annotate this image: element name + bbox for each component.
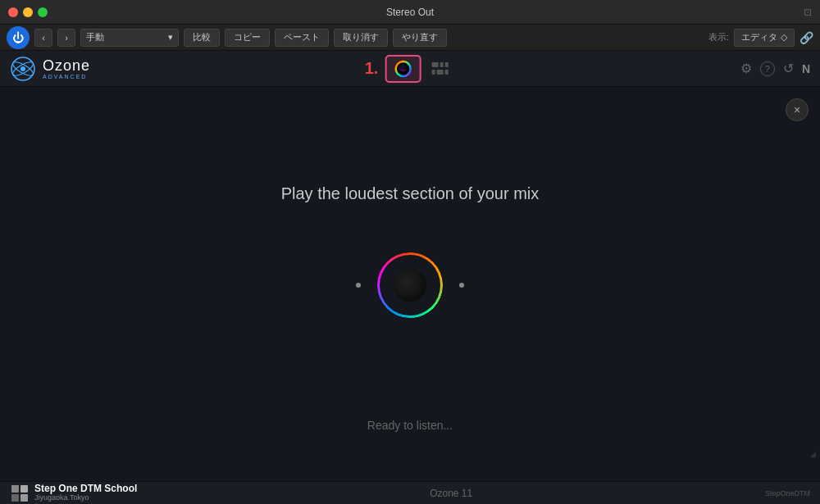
nav-next-button[interactable]: › xyxy=(57,29,75,47)
close-button[interactable]: × xyxy=(786,98,809,121)
expand-icon[interactable]: ⊡ xyxy=(804,7,812,18)
assistant-icon xyxy=(392,58,413,79)
copy-button[interactable]: コピー xyxy=(225,29,270,47)
svg-rect-15 xyxy=(444,70,448,75)
svg-rect-11 xyxy=(440,62,443,67)
assistant-icon-button[interactable] xyxy=(385,55,421,83)
bottom-left: Step One DTM School Jiyugaoka.Tokyo xyxy=(10,484,137,503)
svg-point-8 xyxy=(399,66,403,70)
resize-handle[interactable]: ◢ xyxy=(810,450,818,458)
svg-rect-16 xyxy=(11,485,19,493)
toolbar2-center: 1. xyxy=(365,55,456,83)
svg-point-3 xyxy=(20,66,25,71)
title-bar: Stereo Out ⊡ xyxy=(0,0,820,25)
collapse-icon[interactable]: N xyxy=(802,62,810,75)
nav-prev-button[interactable]: ‹ xyxy=(34,29,52,47)
ozone-logo-text: Ozone ADVANCED xyxy=(43,58,90,79)
orb-dot-left xyxy=(356,283,361,288)
bottom-center: Ozone 11 xyxy=(430,488,472,499)
maximize-traffic-light[interactable] xyxy=(38,7,48,17)
orb-inner xyxy=(394,269,426,302)
svg-rect-19 xyxy=(20,494,28,502)
toolbar2-right: ⚙ ? ↺ N xyxy=(740,61,810,76)
display-value: エディタ xyxy=(741,31,777,43)
school-tag: StepOneDTM xyxy=(765,489,810,497)
minimize-traffic-light[interactable] xyxy=(23,7,33,17)
grid-icon-button[interactable] xyxy=(424,55,455,83)
paste-button[interactable]: ペースト xyxy=(275,29,329,47)
toolbar-row2: Ozone ADVANCED 1. xyxy=(0,51,820,87)
school-sub: Jiyugaoka.Tokyo xyxy=(34,494,137,502)
close-traffic-light[interactable] xyxy=(8,7,18,17)
orb-dot-right xyxy=(459,283,464,288)
step-number: 1. xyxy=(365,59,379,78)
link-icon[interactable]: 🔗 xyxy=(800,31,813,44)
svg-rect-14 xyxy=(436,70,443,75)
watermark-icon-svg xyxy=(10,484,30,503)
status-text: Ready to listen... xyxy=(367,419,453,432)
window-title: Stereo Out xyxy=(386,7,434,18)
display-label: 表示: xyxy=(708,31,729,43)
bottom-bar: Step One DTM School Jiyugaoka.Tokyo Ozon… xyxy=(0,481,820,504)
ozone-logo-svg xyxy=(10,56,36,82)
ozone-main-label: Ozone xyxy=(43,58,90,73)
help-icon[interactable]: ? xyxy=(760,61,775,76)
ozone-sub-label: ADVANCED xyxy=(43,74,90,79)
traffic-lights xyxy=(8,7,48,17)
main-content: × Play the loudest section of your mix R… xyxy=(0,87,820,481)
toolbar-row1: ⏻ ‹ › 手動 ▾ 比較 コピー ペースト 取り消す やり直す 表示: エディ… xyxy=(0,25,820,51)
svg-point-9 xyxy=(403,66,406,70)
redo-button[interactable]: やり直す xyxy=(393,29,447,47)
ozone-logo: Ozone ADVANCED xyxy=(10,56,90,82)
power-button[interactable]: ⏻ xyxy=(7,26,30,49)
bottom-right: StepOneDTM xyxy=(765,489,810,497)
svg-rect-17 xyxy=(20,485,28,493)
toolbar1-right: 表示: エディタ ◇ 🔗 xyxy=(708,29,813,47)
svg-rect-18 xyxy=(11,494,19,502)
compare-button[interactable]: 比較 xyxy=(184,29,220,47)
svg-rect-10 xyxy=(431,62,438,67)
watermark-logo: Step One DTM School Jiyugaoka.Tokyo xyxy=(10,484,137,503)
grid-icon xyxy=(430,61,449,76)
version-label: Ozone 11 xyxy=(430,488,472,499)
main-heading: Play the loudest section of your mix xyxy=(281,184,540,203)
undo-button[interactable]: 取り消す xyxy=(334,29,388,47)
display-dropdown[interactable]: エディタ ◇ xyxy=(734,29,795,47)
svg-rect-12 xyxy=(444,62,448,67)
svg-rect-13 xyxy=(431,70,435,75)
preset-dropdown[interactable]: 手動 ▾ xyxy=(80,29,179,47)
history-icon[interactable]: ↺ xyxy=(783,61,794,76)
settings-icon[interactable]: ⚙ xyxy=(740,61,752,76)
watermark-text: Step One DTM School Jiyugaoka.Tokyo xyxy=(34,484,137,502)
preset-value: 手動 xyxy=(86,31,104,43)
orb-container xyxy=(356,252,464,318)
svg-point-7 xyxy=(398,64,408,74)
orb-visual xyxy=(377,252,443,318)
